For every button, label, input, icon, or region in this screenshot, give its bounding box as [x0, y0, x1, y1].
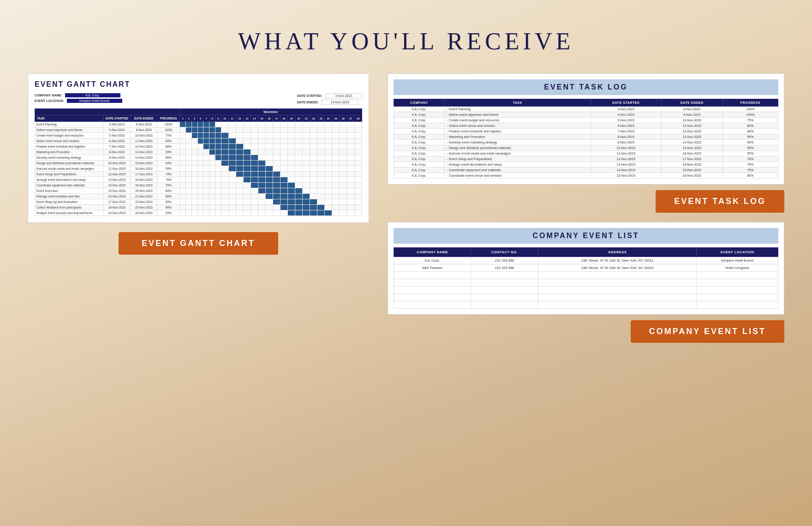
gantt-bar-cell — [203, 138, 209, 144]
gantt-bar-cell — [325, 149, 332, 155]
gantt-chart-button[interactable]: EVENT GANTT CHART — [119, 232, 278, 255]
gantt-bar-cell — [236, 188, 243, 194]
gantt-bar-cell — [228, 205, 236, 210]
right-panel: EVENT TASK LOG COMPANYTASKDATE STARTEDDA… — [388, 73, 784, 343]
gantt-bar-cell — [236, 205, 243, 210]
gantt-bar-cell — [221, 144, 228, 149]
gantt-bar-cell — [273, 210, 281, 216]
gantt-bar-cell — [347, 205, 354, 210]
gantt-bar-cell — [243, 177, 251, 183]
gantt-bar-cell — [243, 172, 251, 177]
gantt-bar-cell — [258, 205, 265, 210]
gantt-bar-cell — [243, 138, 251, 144]
gantt-bar-cell — [243, 199, 251, 205]
gantt-bar-cell — [265, 127, 273, 133]
task-log-button[interactable]: EVENT TASK LOG — [656, 190, 784, 213]
gantt-bar-cell — [236, 161, 243, 166]
gantt-bar-cell — [303, 177, 310, 183]
gantt-bar-cell — [258, 183, 265, 188]
gantt-bar-cell — [317, 188, 325, 194]
gantt-bar-cell — [251, 144, 258, 149]
gantt-bar-cell — [340, 149, 347, 155]
gantt-bar-cell — [281, 194, 288, 199]
gantt-bar-cell — [251, 138, 258, 144]
gantt-bar-cell — [332, 127, 340, 133]
gantt-bar-cell — [347, 172, 354, 177]
gantt-bar-cell — [209, 183, 215, 188]
gantt-bar-cell — [273, 161, 281, 166]
gantt-bar-cell — [228, 144, 236, 149]
gantt-task-row: Arrange event decorations and setup13-No… — [35, 177, 362, 183]
gantt-bar-cell — [310, 155, 317, 161]
gantt-bar-cell — [243, 133, 251, 138]
gantt-bar-cell — [197, 138, 203, 144]
company-list-button[interactable]: COMPANY EVENT LIST — [631, 320, 784, 343]
gantt-bar-cell — [281, 127, 288, 133]
gantt-bar-cell — [317, 144, 325, 149]
gantt-bar-cell — [203, 194, 209, 199]
gantt-bar-cell — [191, 183, 197, 188]
gantt-bar-cell — [191, 172, 197, 177]
gantt-bar-cell — [347, 161, 354, 166]
gantt-bar-cell — [191, 210, 197, 216]
gantt-bar-cell — [340, 127, 347, 133]
gantt-bar-cell — [265, 155, 273, 161]
gantt-bar-cell — [197, 166, 203, 172]
gantt-bar-cell — [340, 122, 347, 127]
gantt-bar-cell — [317, 210, 325, 216]
gantt-bar-cell — [180, 138, 186, 144]
gantt-bar-cell — [325, 138, 332, 144]
gantt-bar-cell — [288, 205, 295, 210]
gantt-bar-cell — [228, 188, 236, 194]
gantt-bar-cell — [310, 133, 317, 138]
gantt-bar-cell — [258, 166, 265, 172]
gantt-bar-cell — [180, 205, 186, 210]
gantt-bar-cell — [221, 177, 228, 183]
gantt-task-row: Event Wrap-Up and Evaluation17-Nov-20232… — [35, 199, 362, 205]
gantt-bar-cell — [317, 149, 325, 155]
gantt-bar-cell — [281, 161, 288, 166]
gantt-bar-cell — [251, 205, 258, 210]
gantt-bar-cell — [203, 122, 209, 127]
gantt-bar-cell — [221, 188, 228, 194]
gantt-bar-cell — [185, 161, 191, 166]
gantt-bar-cell — [197, 133, 203, 138]
gantt-bar-cell — [197, 172, 203, 177]
gantt-bar-cell — [295, 172, 303, 177]
gantt-bar-cell — [332, 199, 340, 205]
gantt-bar-cell — [273, 166, 281, 172]
gantt-bar-cell — [325, 144, 332, 149]
gantt-bar-cell — [295, 127, 303, 133]
gantt-bar-cell — [221, 210, 228, 216]
gantt-bar-cell — [340, 172, 347, 177]
gantt-bar-cell — [317, 177, 325, 183]
task-log-row: KJL Corp.- Coordinate equipment and mate… — [394, 167, 778, 173]
gantt-bar-cell — [317, 199, 325, 205]
task-log-row: KJL Corp.- Finalize event schedule and l… — [394, 129, 778, 134]
gantt-bar-cell — [180, 188, 186, 194]
gantt-bar-cell — [354, 155, 362, 161]
gantt-bar-cell — [332, 188, 340, 194]
gantt-bar-cell — [236, 133, 243, 138]
gantt-bar-cell — [340, 194, 347, 199]
gantt-bar-cell — [180, 133, 186, 138]
gantt-task-row: Marketing and Promotion8-Nov-202313-Nov-… — [35, 149, 362, 155]
gantt-bar-cell — [354, 199, 362, 205]
gantt-bar-cell — [180, 210, 186, 216]
gantt-bar-cell — [325, 177, 332, 183]
gantt-bar-cell — [310, 144, 317, 149]
gantt-bar-cell — [281, 177, 288, 183]
gantt-bar-cell — [215, 210, 221, 216]
gantt-bar-cell — [310, 127, 317, 133]
gantt-bar-cell — [288, 133, 295, 138]
gantt-bar-cell — [273, 149, 281, 155]
gantt-bar-cell — [354, 127, 362, 133]
gantt-bar-cell — [332, 144, 340, 149]
gantt-bar-cell — [209, 144, 215, 149]
empty-row — [394, 279, 778, 287]
gantt-bar-cell — [203, 127, 209, 133]
gantt-bar-cell — [251, 172, 258, 177]
gantt-bar-cell — [281, 205, 288, 210]
gantt-bar-cell — [273, 144, 281, 149]
gantt-bar-cell — [197, 144, 203, 149]
